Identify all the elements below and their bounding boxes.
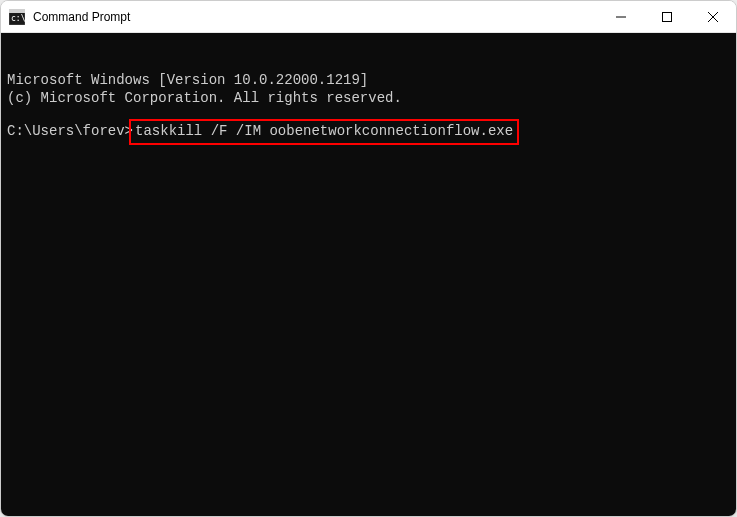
command-highlight: taskkill /F /IM oobenetworkconnectionflo… (129, 119, 519, 145)
svg-rect-4 (663, 13, 672, 22)
minimize-icon (616, 12, 626, 22)
maximize-button[interactable] (644, 1, 690, 33)
svg-rect-1 (9, 9, 25, 13)
copyright-line: (c) Microsoft Corporation. All rights re… (7, 90, 730, 108)
window-controls (598, 1, 736, 32)
close-icon (708, 12, 718, 22)
prompt-text: C:\Users\forev> (7, 123, 133, 139)
command-prompt-window: c:\ Command Prompt Micro (0, 0, 737, 517)
window-title: Command Prompt (33, 10, 598, 24)
maximize-icon (662, 12, 672, 22)
command-text: taskkill /F /IM oobenetworkconnectionflo… (135, 123, 513, 139)
close-button[interactable] (690, 1, 736, 33)
cmd-icon: c:\ (9, 9, 25, 25)
svg-text:c:\: c:\ (11, 14, 25, 23)
terminal-output[interactable]: Microsoft Windows [Version 10.0.22000.12… (1, 33, 736, 516)
version-line: Microsoft Windows [Version 10.0.22000.12… (7, 72, 730, 90)
minimize-button[interactable] (598, 1, 644, 33)
titlebar[interactable]: c:\ Command Prompt (1, 1, 736, 33)
